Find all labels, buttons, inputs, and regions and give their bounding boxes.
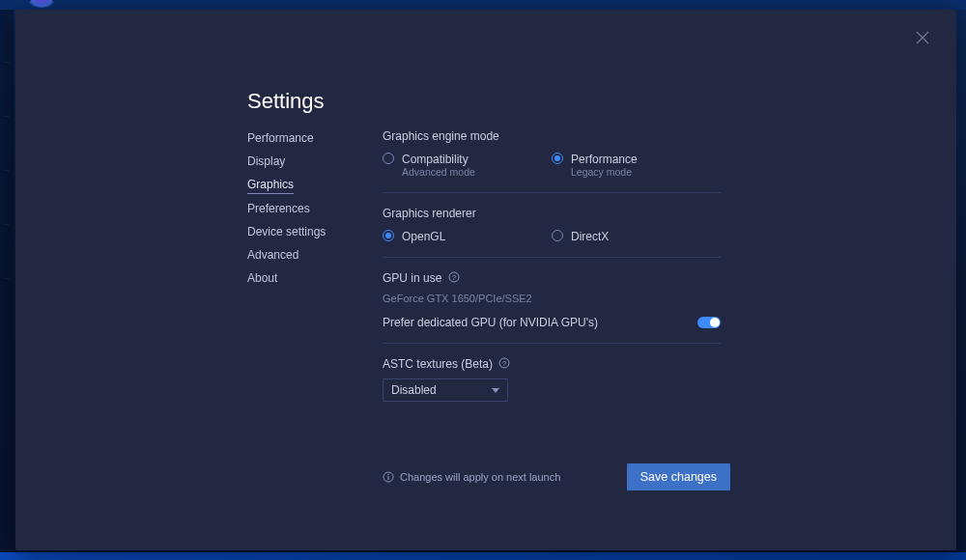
radio-sublabel: Advanced mode (402, 166, 475, 179)
divider (383, 257, 721, 258)
divider (383, 192, 721, 193)
settings-modal: Settings Performance Display Graphics Pr… (15, 10, 956, 550)
desktop-left-sliver: …………… (0, 10, 14, 560)
sidebar-item-performance[interactable]: Performance (247, 131, 373, 146)
sidebar-item-advanced[interactable]: Advanced (247, 248, 373, 263)
settings-main: Graphics engine mode Compatibility Advan… (383, 129, 721, 402)
sidebar-item-preferences[interactable]: Preferences (247, 202, 373, 216)
radio-sublabel: Legacy mode (571, 166, 638, 179)
sidebar-item-device-settings[interactable]: Device settings (247, 225, 373, 239)
prefer-dedicated-gpu-label: Prefer dedicated GPU (for NVIDIA GPU's) (383, 316, 598, 329)
radio-icon (383, 230, 394, 241)
svg-text:?: ? (502, 359, 507, 368)
radio-icon (552, 230, 563, 241)
radio-icon (552, 153, 563, 164)
close-button[interactable] (916, 31, 929, 44)
prefer-dedicated-gpu-toggle[interactable] (697, 317, 721, 328)
settings-footer: Changes will apply on next launch Save c… (383, 463, 730, 490)
footer-note: Changes will apply on next launch (383, 471, 560, 483)
renderer-opengl[interactable]: OpenGL (383, 228, 552, 243)
radio-icon (383, 153, 394, 164)
info-icon (383, 471, 394, 483)
engine-mode-label: Graphics engine mode (383, 129, 721, 143)
info-icon[interactable]: ? (448, 271, 460, 283)
divider (383, 343, 721, 344)
app-topbar (0, 0, 966, 10)
engine-mode-performance[interactable]: Performance Legacy mode (552, 151, 721, 179)
footer-note-text: Changes will apply on next launch (400, 471, 560, 483)
renderer-directx[interactable]: DirectX (552, 228, 721, 243)
save-changes-button[interactable]: Save changes (627, 463, 730, 490)
gpu-name: GeForce GTX 1650/PCIe/SSE2 (383, 293, 721, 304)
gpu-in-use-label: GPU in use ? (383, 271, 721, 285)
sidebar-item-graphics[interactable]: Graphics (247, 178, 294, 194)
astc-select[interactable]: Disabled (383, 378, 508, 402)
radio-label: Compatibility (402, 153, 475, 166)
close-icon (916, 31, 929, 44)
astc-label: ASTC textures (Beta) ? (383, 357, 721, 371)
settings-sidebar: Performance Display Graphics Preferences… (247, 131, 373, 286)
radio-label: OpenGL (402, 230, 445, 243)
renderer-label: Graphics renderer (383, 207, 721, 220)
radio-label: Performance (571, 153, 638, 166)
svg-text:?: ? (451, 273, 456, 282)
page-title: Settings (247, 89, 325, 114)
svg-point-7 (387, 474, 389, 476)
sidebar-item-display[interactable]: Display (247, 154, 373, 169)
astc-label-text: ASTC textures (Beta) (383, 357, 493, 371)
info-icon[interactable]: ? (498, 357, 510, 369)
svg-rect-8 (387, 476, 388, 480)
chevron-down-icon (492, 388, 499, 393)
radio-label: DirectX (571, 230, 609, 243)
sidebar-item-about[interactable]: About (247, 271, 373, 286)
engine-mode-compatibility[interactable]: Compatibility Advanced mode (383, 151, 552, 179)
desktop-taskbar (0, 552, 966, 560)
astc-select-value: Disabled (391, 383, 437, 397)
gpu-label-text: GPU in use (383, 271, 441, 285)
